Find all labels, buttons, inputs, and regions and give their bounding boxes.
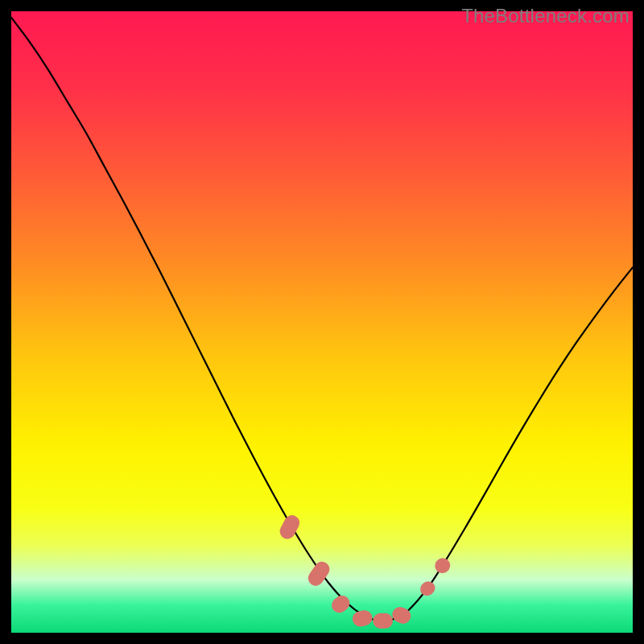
bottleneck-chart [11, 11, 633, 633]
chart-background [11, 11, 633, 633]
chart-frame [11, 11, 633, 633]
attribution-label: TheBottleneck.com [461, 5, 630, 27]
marker-capsule [373, 613, 393, 629]
